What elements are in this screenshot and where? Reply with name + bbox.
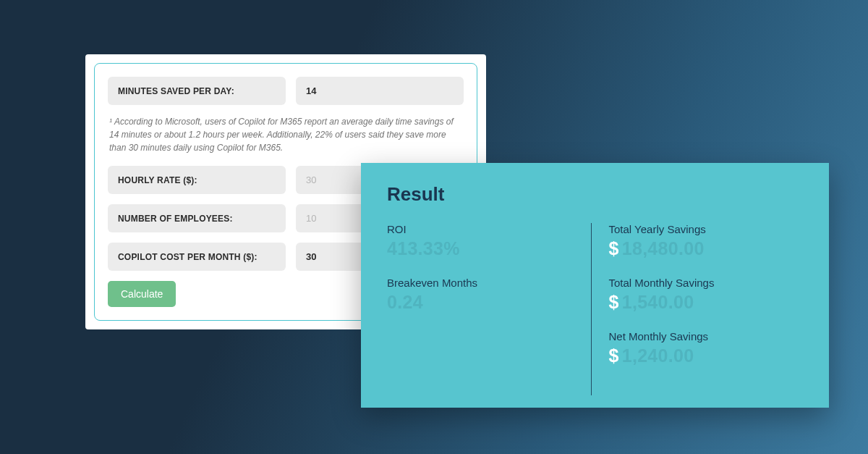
num-employees-label: NUMBER OF EMPLOYEES: [108,204,286,232]
result-grid: ROI 413.33% Breakeven Months 0.24 Total … [387,223,803,384]
result-card: Result ROI 413.33% Breakeven Months 0.24… [361,163,829,408]
metric-net-monthly: Net Monthly Savings $1,240.00 [609,330,804,366]
hourly-rate-label: HOURLY RATE ($): [108,166,286,194]
yearly-savings-value: $18,480.00 [609,238,804,259]
monthly-savings-value: $1,540.00 [609,292,804,313]
monthly-savings-label: Total Monthly Savings [609,277,804,289]
dollar-icon: $ [609,238,619,258]
breakeven-label: Breakeven Months [387,277,582,289]
yearly-savings-amount: 18,480.00 [622,238,705,258]
roi-label: ROI [387,223,582,235]
calculate-button[interactable]: Calculate [108,281,176,307]
result-divider [591,223,592,395]
monthly-savings-amount: 1,540.00 [622,292,694,312]
metric-roi: ROI 413.33% [387,223,582,259]
result-col-right: Total Yearly Savings $18,480.00 Total Mo… [582,223,804,384]
roi-value: 413.33% [387,238,582,259]
minutes-saved-input[interactable] [296,77,464,105]
minutes-saved-label: MINUTES SAVED PER DAY: [108,77,286,105]
result-col-left: ROI 413.33% Breakeven Months 0.24 [387,223,582,384]
yearly-savings-label: Total Yearly Savings [609,223,804,235]
breakeven-value: 0.24 [387,292,582,313]
copilot-cost-label: COPILOT COST PER MONTH ($): [108,243,286,271]
field-minutes-saved: MINUTES SAVED PER DAY: [108,77,464,105]
result-title: Result [387,183,803,206]
net-monthly-value: $1,240.00 [609,345,804,366]
dollar-icon: $ [609,292,619,312]
metric-breakeven: Breakeven Months 0.24 [387,277,582,313]
footnote-text: ¹ According to Microsoft, users of Copil… [109,115,462,154]
metric-monthly-savings: Total Monthly Savings $1,540.00 [609,277,804,313]
metric-yearly-savings: Total Yearly Savings $18,480.00 [609,223,804,259]
net-monthly-label: Net Monthly Savings [609,330,804,342]
net-monthly-amount: 1,240.00 [622,345,694,366]
dollar-icon: $ [609,345,619,366]
